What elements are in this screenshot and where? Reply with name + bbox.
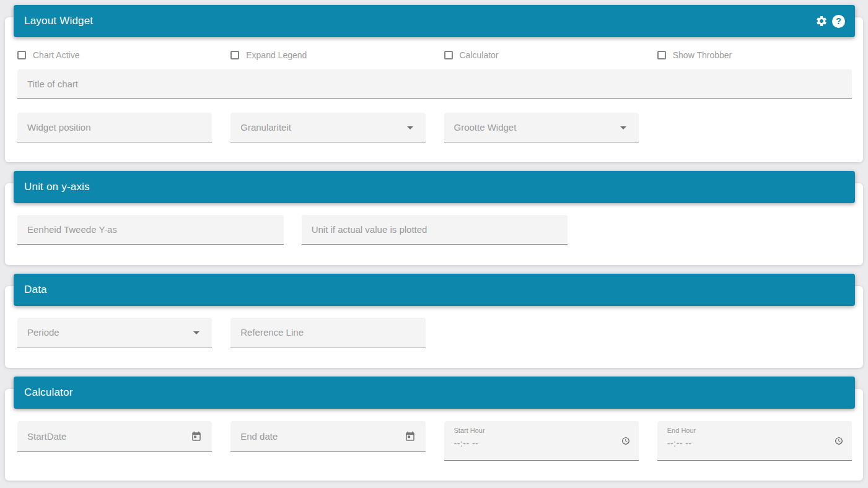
- start-hour-field[interactable]: Start Hour --:-- --: [444, 421, 639, 461]
- chart-title-field-wrap: [17, 69, 852, 99]
- section-header-calculator: Calculator: [14, 377, 855, 409]
- granularity-select[interactable]: Granulariteit: [230, 113, 425, 142]
- calendar-icon[interactable]: [405, 431, 416, 442]
- section-body-layout-widget: Chart Active Expand Legend Calculator Sh…: [5, 17, 863, 162]
- granularity-select-label: Granulariteit: [240, 122, 291, 133]
- section-header-unit-y-axis: Unit on y-axis: [14, 171, 855, 203]
- section-title: Unit on y-axis: [24, 181, 90, 193]
- widget-position-field-wrap: [17, 113, 212, 142]
- actual-value-unit-field-wrap: [302, 215, 568, 245]
- section-title: Layout Widget: [24, 15, 93, 27]
- actual-value-unit-input[interactable]: [302, 215, 568, 244]
- period-select-label: Periode: [27, 327, 59, 338]
- section-calculator: Calculator Start Hour -: [5, 377, 863, 481]
- section-layout-widget: Layout Widget ? Chart Active Expand Lege…: [5, 5, 863, 162]
- checkbox-label: Calculator: [460, 50, 499, 61]
- data-field-row: Periode: [17, 318, 852, 347]
- checkbox-box[interactable]: [444, 51, 453, 59]
- clock-icon[interactable]: [621, 437, 630, 445]
- second-y-axis-unit-input[interactable]: [17, 215, 284, 244]
- section-title: Data: [24, 284, 47, 296]
- checkbox-expand-legend[interactable]: Expand Legend: [230, 50, 425, 61]
- header-actions: ?: [815, 15, 845, 28]
- end-hour-field[interactable]: End Hour --:-- --: [657, 421, 852, 461]
- calendar-icon[interactable]: [191, 431, 202, 442]
- checkbox-box[interactable]: [17, 51, 26, 59]
- checkbox-show-throbber[interactable]: Show Throbber: [657, 50, 852, 61]
- checkbox-row: Chart Active Expand Legend Calculator Sh…: [17, 50, 852, 61]
- chart-title-input[interactable]: [17, 69, 852, 98]
- widget-settings-page: Layout Widget ? Chart Active Expand Lege…: [0, 0, 868, 481]
- widget-size-select-label: Grootte Widget: [454, 122, 517, 133]
- section-unit-y-axis: Unit on y-axis: [5, 171, 863, 265]
- checkbox-label: Expand Legend: [246, 50, 307, 61]
- checkbox-box[interactable]: [657, 51, 666, 59]
- checkbox-box[interactable]: [230, 51, 239, 59]
- dropdown-arrow-icon: [193, 331, 199, 334]
- section-title: Calculator: [24, 386, 73, 399]
- start-date-input[interactable]: [17, 421, 212, 451]
- reference-line-field-wrap: [230, 318, 425, 347]
- section-header-data: Data: [14, 274, 855, 306]
- help-icon[interactable]: ?: [832, 15, 845, 28]
- dropdown-arrow-icon: [407, 126, 413, 129]
- checkbox-calculator[interactable]: Calculator: [444, 50, 639, 61]
- checkbox-label: Chart Active: [33, 50, 79, 61]
- section-header-layout-widget: Layout Widget ?: [14, 5, 855, 37]
- dropdown-arrow-icon: [620, 126, 626, 129]
- start-hour-label: Start Hour: [454, 427, 612, 435]
- layout-widget-field-row: Granulariteit Grootte Widget: [17, 113, 852, 142]
- unit-field-row: [17, 215, 852, 245]
- widget-size-select[interactable]: Grootte Widget: [444, 113, 639, 142]
- start-hour-value: --:-- --: [454, 438, 612, 448]
- calculator-field-row: Start Hour --:-- -- End Hour --:-- --: [17, 421, 852, 461]
- checkbox-chart-active[interactable]: Chart Active: [17, 50, 212, 61]
- start-date-field-wrap: [17, 421, 212, 452]
- section-data: Data Periode: [5, 274, 863, 368]
- reference-line-input[interactable]: [230, 318, 425, 347]
- gear-icon[interactable]: [815, 15, 828, 27]
- end-date-field-wrap: [230, 421, 425, 452]
- period-select[interactable]: Periode: [17, 318, 212, 347]
- widget-position-input[interactable]: [17, 113, 212, 142]
- end-hour-value: --:-- --: [667, 438, 825, 448]
- checkbox-label: Show Throbber: [673, 50, 732, 61]
- end-hour-label: End Hour: [667, 427, 825, 435]
- second-y-axis-unit-field-wrap: [17, 215, 284, 245]
- end-date-input[interactable]: [230, 421, 425, 451]
- clock-icon[interactable]: [835, 437, 843, 445]
